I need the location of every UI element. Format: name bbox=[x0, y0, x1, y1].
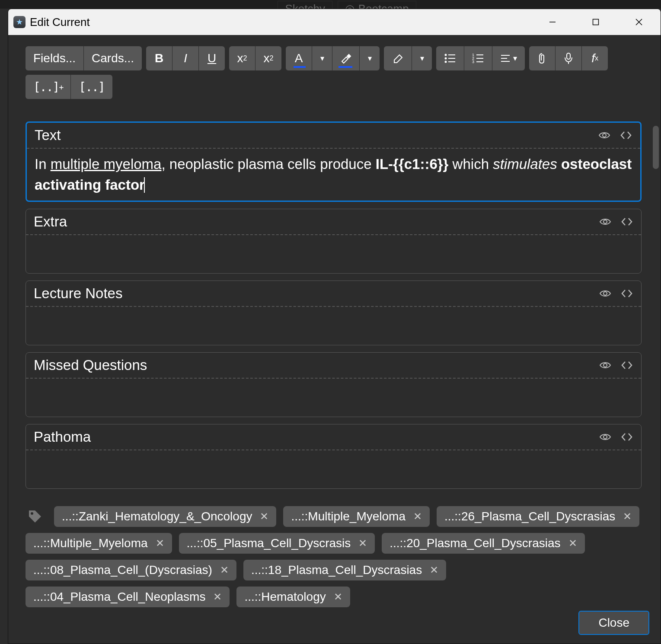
fields-button[interactable]: Fields... bbox=[26, 46, 83, 70]
tag-label: ...::08_Plasma_Cell_(Dyscrasias) bbox=[33, 563, 212, 577]
tag-chip[interactable]: ...::04_Plasma_Cell_Neoplasms✕ bbox=[26, 587, 230, 607]
maximize-button[interactable] bbox=[574, 9, 617, 35]
field-content-editable[interactable] bbox=[26, 379, 641, 417]
tag-chip[interactable]: ...::26_Plasma_Cell_Dyscrasias✕ bbox=[437, 506, 639, 527]
tag-label: ...::05_Plasma_Cell_Dyscrasis bbox=[187, 536, 351, 550]
html-view-icon[interactable] bbox=[620, 430, 633, 443]
toggle-visibility-icon[interactable] bbox=[599, 287, 612, 300]
fields-scroll-area[interactable]: TextIn multiple myeloma, neoplastic plas… bbox=[8, 121, 661, 497]
cards-button[interactable]: Cards... bbox=[84, 46, 142, 70]
microphone-button[interactable] bbox=[556, 46, 581, 70]
highlight-button[interactable] bbox=[332, 46, 359, 70]
field-content-editable[interactable] bbox=[26, 450, 641, 488]
html-view-icon[interactable] bbox=[620, 287, 633, 300]
toggle-visibility-icon[interactable] bbox=[599, 215, 612, 228]
bullet-list-button[interactable] bbox=[436, 46, 464, 70]
cloze-button[interactable]: [..] bbox=[71, 75, 112, 99]
cloze-add-button[interactable]: [..]+ bbox=[26, 75, 70, 99]
html-view-icon[interactable] bbox=[620, 215, 633, 228]
svg-point-26 bbox=[31, 512, 33, 515]
html-view-icon[interactable] bbox=[620, 359, 633, 372]
equation-button[interactable]: fx bbox=[582, 46, 608, 70]
toggle-visibility-icon[interactable] bbox=[598, 129, 611, 142]
field-label: Extra bbox=[34, 214, 599, 230]
svg-rect-1 bbox=[593, 19, 599, 25]
close-window-button[interactable] bbox=[617, 9, 661, 35]
tag-remove-icon[interactable]: ✕ bbox=[358, 537, 367, 549]
subscript-button[interactable]: x2 bbox=[255, 46, 281, 70]
field-content-editable[interactable] bbox=[26, 235, 641, 273]
footer: Close bbox=[578, 611, 649, 635]
italic-button[interactable]: I bbox=[172, 46, 198, 70]
alignment-button[interactable]: ▾ bbox=[492, 46, 525, 70]
field-block-pathoma: Pathoma bbox=[26, 424, 642, 489]
field-header: Text bbox=[27, 123, 640, 149]
minimize-button[interactable] bbox=[531, 9, 574, 35]
app-icon: ★ bbox=[13, 16, 26, 28]
text-color-button[interactable]: A bbox=[286, 46, 312, 70]
field-content-editable[interactable]: In multiple myeloma, neoplastic plasma c… bbox=[27, 149, 640, 201]
field-block-extra: Extra bbox=[26, 209, 642, 274]
tag-chip[interactable]: ...::Hematology✕ bbox=[236, 587, 350, 607]
tag-chip[interactable]: ...::20_Plasma_Cell_Dyscrasias✕ bbox=[382, 533, 584, 554]
window-title: Edit Current bbox=[30, 16, 90, 29]
svg-point-4 bbox=[445, 54, 447, 56]
tag-label: ...::Multiple_Myeloma bbox=[33, 536, 148, 550]
tag-remove-icon[interactable]: ✕ bbox=[213, 591, 222, 603]
svg-point-25 bbox=[604, 435, 607, 439]
tag-chip[interactable]: ...::18_Plasma_Cell_Dyscrasias✕ bbox=[243, 560, 446, 580]
field-block-lecture-notes: Lecture Notes bbox=[26, 281, 642, 345]
toggle-visibility-icon[interactable] bbox=[599, 430, 612, 443]
svg-point-8 bbox=[445, 61, 447, 63]
field-label: Text bbox=[35, 127, 598, 143]
field-header: Pathoma bbox=[26, 424, 641, 450]
tag-remove-icon[interactable]: ✕ bbox=[430, 564, 438, 576]
tag-chip[interactable]: ...::05_Plasma_Cell_Dyscrasis✕ bbox=[179, 533, 375, 554]
tag-remove-icon[interactable]: ✕ bbox=[156, 537, 164, 549]
svg-point-23 bbox=[604, 292, 607, 295]
close-button[interactable]: Close bbox=[578, 611, 649, 635]
bold-button[interactable]: B bbox=[146, 46, 172, 70]
tag-label: ...::Multiple_Myeloma bbox=[291, 510, 406, 523]
tag-chip[interactable]: ...::08_Plasma_Cell_(Dyscrasias)✕ bbox=[26, 560, 236, 580]
numbered-list-button[interactable]: 123 bbox=[464, 46, 492, 70]
field-content-editable[interactable] bbox=[26, 307, 641, 345]
field-label: Missed Questions bbox=[34, 357, 599, 373]
tag-remove-icon[interactable]: ✕ bbox=[413, 510, 422, 523]
field-block-missed-questions: Missed Questions bbox=[26, 352, 642, 417]
edit-window: ★ Edit Current Fields... Cards... B I U … bbox=[8, 9, 661, 644]
tag-label: ...::18_Plasma_Cell_Dyscrasias bbox=[251, 563, 422, 577]
text-color-dropdown[interactable]: ▾ bbox=[312, 46, 332, 70]
clear-formatting-button[interactable] bbox=[384, 46, 412, 70]
background-strip: Sketchy ◎ Bootcamp bbox=[0, 0, 661, 9]
tag-label: ...::20_Plasma_Cell_Dyscrasias bbox=[390, 536, 560, 550]
toggle-visibility-icon[interactable] bbox=[599, 359, 612, 372]
tag-remove-icon[interactable]: ✕ bbox=[220, 564, 229, 576]
tag-remove-icon[interactable]: ✕ bbox=[623, 510, 632, 523]
tag-chip[interactable]: ...::Zanki_Hematology_&_Oncology✕ bbox=[54, 506, 276, 527]
underline-button[interactable]: U bbox=[199, 46, 225, 70]
highlight-dropdown[interactable]: ▾ bbox=[360, 46, 380, 70]
clear-formatting-dropdown[interactable]: ▾ bbox=[412, 46, 432, 70]
field-header: Lecture Notes bbox=[26, 281, 641, 307]
tag-remove-icon[interactable]: ✕ bbox=[260, 510, 268, 523]
tag-label: ...::26_Plasma_Cell_Dyscrasias bbox=[444, 510, 615, 523]
scrollbar-thumb[interactable] bbox=[653, 126, 659, 169]
html-view-icon[interactable] bbox=[619, 129, 632, 142]
toolbar: Fields... Cards... B I U x2 x2 A ▾ ▾ ▾ bbox=[8, 35, 661, 70]
tag-chip[interactable]: ...::Multiple_Myeloma✕ bbox=[283, 506, 430, 527]
tag-label: ...::04_Plasma_Cell_Neoplasms bbox=[33, 590, 205, 604]
tag-label: ...::Zanki_Hematology_&_Oncology bbox=[62, 510, 252, 523]
tag-chip[interactable]: ...::Multiple_Myeloma✕ bbox=[26, 533, 172, 554]
svg-rect-19 bbox=[567, 53, 570, 59]
tag-remove-icon[interactable]: ✕ bbox=[334, 591, 342, 603]
tag-label: ...::Hematology bbox=[244, 590, 326, 604]
svg-text:3: 3 bbox=[472, 60, 474, 64]
titlebar: ★ Edit Current bbox=[8, 9, 661, 35]
field-label: Pathoma bbox=[34, 429, 599, 445]
tag-remove-icon[interactable]: ✕ bbox=[568, 537, 577, 549]
attachment-button[interactable] bbox=[529, 46, 555, 70]
toolbar-row-2: [..]+ [..] bbox=[8, 70, 661, 108]
tag-icon bbox=[26, 507, 45, 526]
superscript-button[interactable]: x2 bbox=[229, 46, 255, 70]
